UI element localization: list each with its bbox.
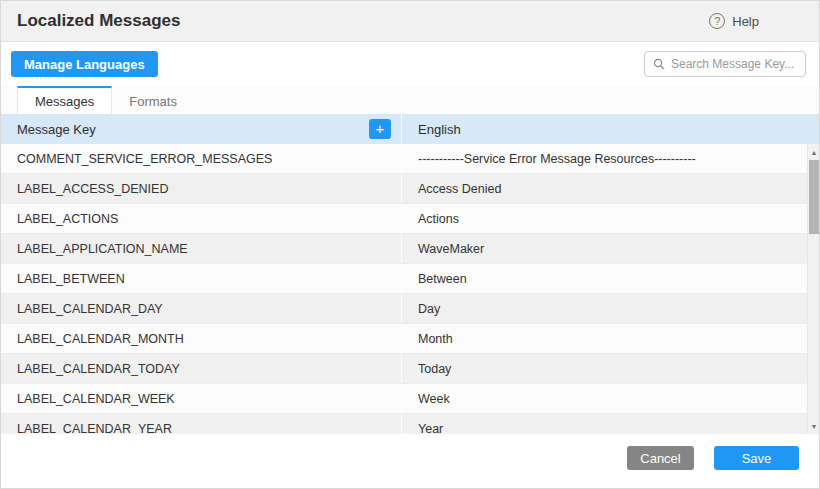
table-row[interactable]: LABEL_CALENDAR_YEARYear <box>1 414 809 434</box>
add-message-key-button[interactable]: + <box>369 119 391 139</box>
table-row[interactable]: COMMENT_SERVICE_ERROR_MESSAGES----------… <box>1 144 809 174</box>
message-key-cell[interactable]: COMMENT_SERVICE_ERROR_MESSAGES <box>1 144 401 173</box>
save-button[interactable]: Save <box>714 446 799 470</box>
message-key-cell[interactable]: LABEL_ACTIONS <box>1 204 401 233</box>
message-key-cell[interactable]: LABEL_BETWEEN <box>1 264 401 293</box>
help-button[interactable]: ? Help <box>709 13 759 29</box>
search-box[interactable] <box>644 51 806 77</box>
table-row[interactable]: LABEL_CALENDAR_WEEKWeek <box>1 384 809 414</box>
scrollbar-thumb[interactable] <box>809 160 819 234</box>
tab-bar: Messages Formats <box>1 86 819 114</box>
footer-actions: Cancel Save <box>627 446 799 470</box>
english-value-cell[interactable]: Day <box>401 294 809 323</box>
column-header-english: English <box>401 114 819 144</box>
english-value-cell[interactable]: Month <box>401 324 809 353</box>
message-key-cell[interactable]: LABEL_CALENDAR_TODAY <box>1 354 401 383</box>
english-column-label: English <box>418 122 461 137</box>
scroll-up-icon[interactable]: ▲ <box>808 145 819 159</box>
message-key-cell[interactable]: LABEL_CALENDAR_WEEK <box>1 384 401 413</box>
search-icon <box>653 58 665 70</box>
help-label: Help <box>732 14 759 29</box>
help-icon: ? <box>709 13 725 29</box>
table-rows: COMMENT_SERVICE_ERROR_MESSAGES----------… <box>1 144 809 434</box>
tab-formats[interactable]: Formats <box>112 86 194 114</box>
english-value-cell[interactable]: Actions <box>401 204 809 233</box>
manage-languages-button[interactable]: Manage Languages <box>11 51 158 77</box>
english-value-cell[interactable]: Week <box>401 384 809 413</box>
message-key-cell[interactable]: LABEL_CALENDAR_YEAR <box>1 414 401 434</box>
table-row[interactable]: LABEL_ACCESS_DENIEDAccess Denied <box>1 174 809 204</box>
page-title: Localized Messages <box>17 11 180 31</box>
message-key-cell[interactable]: LABEL_CALENDAR_MONTH <box>1 324 401 353</box>
cancel-button[interactable]: Cancel <box>627 446 694 470</box>
message-key-cell[interactable]: LABEL_ACCESS_DENIED <box>1 174 401 203</box>
table-row[interactable]: LABEL_BETWEENBetween <box>1 264 809 294</box>
title-bar: Localized Messages ? Help <box>1 1 819 42</box>
table-header: Message Key + English <box>1 114 819 144</box>
table-row[interactable]: LABEL_ACTIONSActions <box>1 204 809 234</box>
table-row[interactable]: LABEL_CALENDAR_DAYDay <box>1 294 809 324</box>
localized-messages-dialog: Localized Messages ? Help Manage Languag… <box>0 0 820 489</box>
table-body: COMMENT_SERVICE_ERROR_MESSAGES----------… <box>1 144 819 434</box>
tab-messages[interactable]: Messages <box>17 86 112 114</box>
message-key-cell[interactable]: LABEL_CALENDAR_DAY <box>1 294 401 323</box>
vertical-scrollbar[interactable]: ▲ ▼ <box>807 144 819 434</box>
english-value-cell[interactable]: Access Denied <box>401 174 809 203</box>
english-value-cell[interactable]: Year <box>401 414 809 434</box>
plus-icon: + <box>376 120 385 138</box>
column-header-message-key: Message Key + <box>1 114 401 144</box>
table-row[interactable]: LABEL_CALENDAR_TODAYToday <box>1 354 809 384</box>
toolbar: Manage Languages <box>1 42 819 86</box>
english-value-cell[interactable]: WaveMaker <box>401 234 809 263</box>
english-value-cell[interactable]: Today <box>401 354 809 383</box>
message-key-cell[interactable]: LABEL_APPLICATION_NAME <box>1 234 401 263</box>
table-row[interactable]: LABEL_APPLICATION_NAMEWaveMaker <box>1 234 809 264</box>
scroll-down-icon[interactable]: ▼ <box>808 419 819 433</box>
english-value-cell[interactable]: Between <box>401 264 809 293</box>
message-key-column-label: Message Key <box>17 122 96 137</box>
search-input[interactable] <box>671 57 797 71</box>
english-value-cell[interactable]: -----------Service Error Message Resourc… <box>401 144 809 173</box>
table-row[interactable]: LABEL_CALENDAR_MONTHMonth <box>1 324 809 354</box>
